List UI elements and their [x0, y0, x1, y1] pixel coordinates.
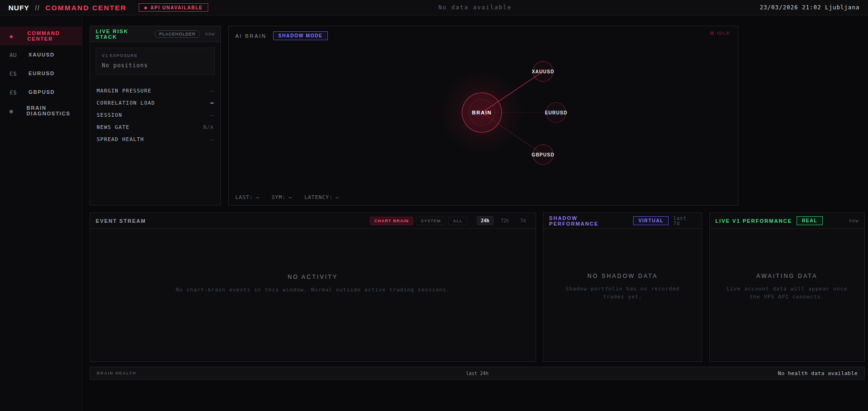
top-bar: NUFY // COMMAND CENTER API UNAVAILABLE N…: [0, 0, 868, 15]
filter-all[interactable]: ALL: [448, 217, 467, 225]
panel-title: LIVE RISK STACK: [96, 28, 150, 40]
latency-readout: LATENCY:—: [304, 194, 339, 200]
empty-state-message: No chart-brain events in this window. No…: [90, 286, 536, 294]
empty-state-message: Live account data will appear once the V…: [722, 285, 852, 301]
panel-title: SHADOW PERFORMANCE: [549, 215, 628, 227]
live-empty-state: AWAITING DATA Live account data will app…: [710, 273, 864, 301]
event-stream-panel: EVENT STREAM CHART BRAIN SYSTEM ALL 24h …: [90, 213, 536, 362]
empty-state-title: NO ACTIVITY: [90, 274, 536, 280]
brain-health-status: No health data available: [778, 370, 858, 376]
euro-dollar-icon: €$: [9, 70, 21, 77]
risk-value: —: [210, 100, 214, 106]
sidebar-item-label: COMMAND CENTER: [27, 30, 82, 42]
diamond-icon: ◈: [9, 33, 20, 40]
risk-value: N/A: [203, 124, 214, 130]
node-label: EURUSD: [545, 110, 567, 115]
ai-brain-panel: AI BRAIN SHADOW MODE IDLE BRAIN XAUUSD E…: [228, 26, 738, 206]
risk-label: MARGIN PRESSURE: [97, 88, 151, 94]
risk-row-session: SESSION —: [96, 109, 215, 121]
sidebar-item-brain-diagnostics[interactable]: ◉ BRAIN DIAGNOSTICS: [0, 101, 82, 120]
panel-title: EVENT STREAM: [96, 218, 146, 224]
empty-state-title: AWAITING DATA: [722, 273, 852, 279]
brain-status: IDLE: [710, 31, 730, 35]
node-eurusd[interactable]: EURUSD: [546, 102, 566, 123]
range-24h[interactable]: 24h: [477, 216, 494, 225]
timeframe-label: now: [849, 218, 859, 223]
brain-footer: LAST:— SYM:— LATENCY:—: [235, 194, 339, 200]
node-label: XAUUSD: [532, 69, 554, 74]
event-stream-empty-state: NO ACTIVITY No chart-brain events in thi…: [90, 274, 536, 294]
empty-state-title: NO SHADOW DATA: [556, 273, 690, 279]
risk-label: SPREAD HEALTH: [97, 136, 144, 142]
virtual-badge: VIRTUAL: [633, 216, 669, 225]
risk-row-correlation-load: CORRELATION LOAD —: [96, 97, 215, 109]
node-label: GBPUSD: [532, 152, 555, 157]
idle-dot-icon: [710, 31, 714, 35]
filter-chart-brain[interactable]: CHART BRAIN: [370, 217, 414, 225]
exposure-box: V1 EXPOSURE No positions: [96, 48, 215, 75]
risk-label: NEWS GATE: [97, 124, 129, 130]
real-badge: REAL: [797, 216, 822, 225]
shadow-mode-badge: SHADOW MODE: [273, 31, 328, 40]
sidebar-item-xauusd[interactable]: AU XAUUSD: [0, 45, 82, 64]
live-v1-performance-panel: LIVE V1 PERFORMANCE REAL now AWAITING DA…: [709, 213, 865, 362]
risk-stack-header: LIVE RISK STACK PLACEHOLDER now: [90, 26, 220, 42]
timeframe-label: now: [205, 31, 215, 36]
event-stream-header: EVENT STREAM CHART BRAIN SYSTEM ALL 24h …: [90, 213, 536, 229]
risk-label: SESSION: [97, 112, 122, 118]
live-risk-stack-panel: LIVE RISK STACK PLACEHOLDER now V1 EXPOS…: [90, 26, 221, 206]
exposure-value: No positions: [102, 62, 209, 69]
brain-status-label: IDLE: [717, 31, 730, 35]
panel-title: AI BRAIN: [235, 33, 267, 39]
brain-node-label: BRAIN: [472, 110, 492, 115]
live-performance-header: LIVE V1 PERFORMANCE REAL now: [710, 213, 864, 229]
brain-health-timeframe: last 24h: [90, 371, 864, 376]
placeholder-badge: PLACEHOLDER: [155, 30, 200, 38]
exposure-label: V1 EXPOSURE: [102, 53, 209, 58]
risk-stack-body: V1 EXPOSURE No positions MARGIN PRESSURE…: [90, 42, 220, 151]
risk-rows: MARGIN PRESSURE — CORRELATION LOAD — SES…: [96, 85, 215, 145]
risk-value: —: [210, 112, 214, 118]
pound-dollar-icon: £$: [9, 89, 21, 96]
sidebar-item-label: GBPUSD: [28, 89, 55, 95]
risk-value: —: [210, 136, 214, 142]
range-72h[interactable]: 72h: [496, 216, 513, 225]
latency-value: —: [336, 194, 339, 200]
range-selector: 24h 72h 7d: [477, 216, 530, 225]
sym-label: SYM:: [272, 194, 286, 200]
range-7d[interactable]: 7d: [516, 216, 530, 225]
risk-row-news-gate: NEWS GATE N/A: [96, 121, 215, 133]
last-readout: LAST:—: [235, 194, 260, 200]
sidebar-item-eurusd[interactable]: €$ EURUSD: [0, 64, 82, 83]
shadow-performance-header: SHADOW PERFORMANCE VIRTUAL last 7d: [543, 213, 702, 229]
sidebar-item-gbpusd[interactable]: £$ GBPUSD: [0, 83, 82, 101]
brain-node[interactable]: BRAIN: [462, 92, 502, 133]
empty-state-message: Shadow portfolio has no recorded trades …: [556, 285, 690, 301]
sidebar-item-label: EURUSD: [28, 71, 55, 76]
event-filters: CHART BRAIN SYSTEM ALL 24h 72h 7d: [370, 216, 530, 225]
brain-health-bar: BRAIN HEALTH last 24h No health data ava…: [90, 367, 865, 380]
filter-system[interactable]: SYSTEM: [416, 217, 445, 225]
risk-label: CORRELATION LOAD: [97, 100, 155, 106]
brand-separator: //: [35, 4, 40, 12]
risk-row-spread-health: SPREAD HEALTH —: [96, 133, 215, 145]
target-icon: ◉: [9, 107, 20, 114]
timeframe-label: last 7d: [673, 216, 696, 226]
brand-name: NUFY: [8, 4, 29, 12]
gold-symbol-icon: AU: [9, 51, 21, 58]
last-label: LAST:: [235, 194, 253, 200]
panel-title: LIVE V1 PERFORMANCE: [715, 218, 792, 224]
sidebar-item-command-center[interactable]: ◈ COMMAND CENTER: [0, 27, 82, 45]
risk-row-margin-pressure: MARGIN PRESSURE —: [96, 85, 215, 97]
shadow-performance-panel: SHADOW PERFORMANCE VIRTUAL last 7d NO SH…: [543, 213, 702, 362]
sidebar-item-label: XAUUSD: [28, 52, 55, 57]
global-status-text: No data available: [82, 4, 868, 11]
clock: 23/03/2026 21:02 Ljubljana: [760, 4, 860, 11]
node-gbpusd[interactable]: GBPUSD: [533, 144, 553, 165]
sym-readout: SYM:—: [272, 194, 292, 200]
sidebar-item-label: BRAIN DIAGNOSTICS: [27, 105, 82, 116]
node-xauusd[interactable]: XAUUSD: [533, 61, 553, 82]
latency-label: LATENCY:: [304, 194, 333, 200]
shadow-empty-state: NO SHADOW DATA Shadow portfolio has no r…: [543, 273, 702, 301]
last-value: —: [256, 194, 260, 200]
